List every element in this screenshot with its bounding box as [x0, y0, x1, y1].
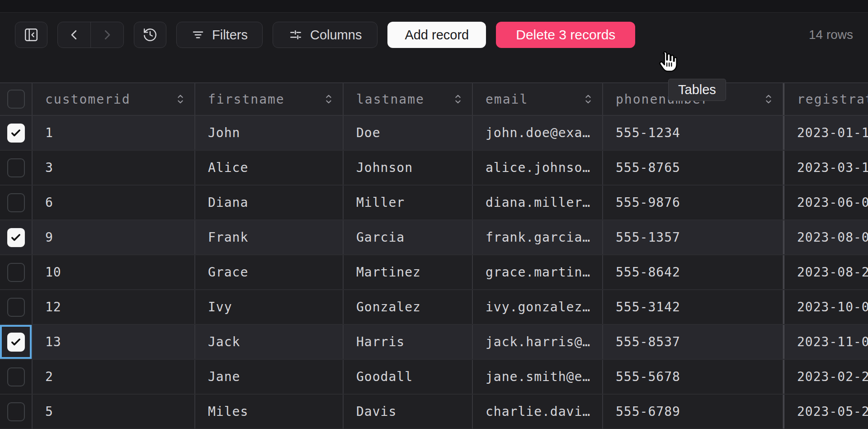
cell-value: Harris — [356, 334, 405, 349]
cell-registrationdate[interactable]: 2023-03-1 — [783, 151, 868, 185]
cell-value: charlie.davi… — [486, 404, 590, 419]
cell-customerid[interactable]: 9 — [33, 220, 195, 254]
cell-registrationdate[interactable]: 2023-02-2 — [783, 360, 868, 394]
cell-lastname[interactable]: Doe — [344, 116, 473, 150]
column-header-customerid[interactable]: customerid — [33, 83, 195, 115]
toggle-sidebar-button[interactable] — [15, 22, 47, 48]
cell-customerid[interactable]: 12 — [33, 290, 195, 324]
cell-value: 2 — [45, 369, 53, 384]
checkmark-icon — [10, 232, 22, 243]
cell-registrationdate[interactable]: 2023-05-2 — [783, 395, 868, 429]
select-all-checkbox[interactable] — [7, 90, 25, 109]
row-checkbox[interactable] — [7, 124, 25, 143]
cell-value: 10 — [45, 265, 61, 280]
cell-value: 2023-03-1 — [797, 160, 868, 175]
cell-email[interactable]: jack.harris@… — [473, 325, 603, 359]
cell-firstname[interactable]: John — [195, 116, 344, 150]
row-checkbox[interactable] — [7, 333, 25, 352]
cell-email[interactable]: jane.smith@e… — [473, 360, 603, 394]
cell-email[interactable]: diana.miller… — [473, 186, 603, 219]
cell-value: alice.johnso… — [486, 160, 590, 175]
row-checkbox[interactable] — [7, 193, 25, 212]
column-header-label: lastname — [356, 92, 425, 107]
cell-firstname[interactable]: Alice — [195, 151, 344, 185]
cell-firstname[interactable]: Miles — [195, 395, 344, 429]
cell-registrationdate[interactable]: 2023-08-2 — [783, 255, 868, 289]
cell-value: 12 — [45, 300, 61, 315]
cell-lastname[interactable]: Davis — [344, 395, 473, 429]
column-header-registrationdate[interactable]: registrat — [783, 83, 868, 115]
cell-value: Jack — [208, 334, 240, 349]
checkmark-icon — [10, 127, 22, 139]
cell-email[interactable]: grace.martin… — [473, 255, 603, 289]
cell-email[interactable]: charlie.davi… — [473, 395, 603, 429]
column-header-firstname[interactable]: firstname — [195, 83, 344, 115]
row-checkbox[interactable] — [7, 228, 25, 247]
cell-customerid[interactable]: 3 — [33, 151, 195, 185]
cell-customerid[interactable]: 6 — [33, 186, 195, 219]
cell-email[interactable]: frank.garcia… — [473, 220, 603, 254]
cell-customerid[interactable]: 10 — [33, 255, 195, 289]
add-record-button[interactable]: Add record — [387, 22, 486, 48]
cell-customerid[interactable]: 2 — [33, 360, 195, 394]
row-checkbox[interactable] — [7, 402, 25, 421]
cell-lastname[interactable]: Miller — [344, 186, 473, 219]
cell-firstname[interactable]: Ivy — [195, 290, 344, 324]
cell-phonenumber[interactable]: 555-9876 — [603, 186, 783, 219]
column-header-lastname[interactable]: lastname — [344, 83, 473, 115]
cell-value: 2023-02-2 — [797, 369, 868, 384]
cell-email[interactable]: john.doe@exa… — [473, 116, 603, 150]
row-checkbox[interactable] — [7, 158, 25, 177]
column-header-label: firstname — [208, 92, 285, 107]
cell-value: Miles — [208, 404, 248, 419]
row-checkbox[interactable] — [7, 263, 25, 282]
cell-lastname[interactable]: Johnson — [344, 151, 473, 185]
cell-value: Alice — [208, 160, 248, 175]
column-header-label: email — [486, 92, 528, 107]
cell-firstname[interactable]: Frank — [195, 220, 344, 254]
cell-phonenumber[interactable]: 555-6789 — [603, 395, 783, 429]
cell-value: 555-1234 — [616, 125, 680, 140]
row-checkbox[interactable] — [7, 367, 25, 386]
table-row: 9FrankGarciafrank.garcia…555-13572023-08… — [0, 220, 868, 255]
forward-button[interactable] — [91, 22, 123, 48]
cell-phonenumber[interactable]: 555-8765 — [603, 151, 783, 185]
column-header-email[interactable]: email — [473, 83, 603, 115]
cell-phonenumber[interactable]: 555-3142 — [603, 290, 783, 324]
cell-firstname[interactable]: Diana — [195, 186, 344, 219]
cell-phonenumber[interactable]: 555-8537 — [603, 325, 783, 359]
delete-records-button[interactable]: Delete 3 records — [496, 22, 635, 48]
row-select-cell — [0, 360, 33, 394]
cell-value: 9 — [45, 230, 53, 245]
cell-phonenumber[interactable]: 555-5678 — [603, 360, 783, 394]
cell-email[interactable]: ivy.gonzalez… — [473, 290, 603, 324]
cell-value: Gonzalez — [356, 300, 421, 315]
row-checkbox[interactable] — [7, 298, 25, 317]
cell-phonenumber[interactable]: 555-1357 — [603, 220, 783, 254]
cell-customerid[interactable]: 1 — [33, 116, 195, 150]
back-button[interactable] — [58, 22, 91, 48]
cell-customerid[interactable]: 13 — [33, 325, 195, 359]
columns-button[interactable]: Columns — [273, 22, 377, 48]
cell-lastname[interactable]: Harris — [344, 325, 473, 359]
cell-email[interactable]: alice.johnso… — [473, 151, 603, 185]
cell-registrationdate[interactable]: 2023-08-0 — [783, 220, 868, 254]
cell-firstname[interactable]: Jane — [195, 360, 344, 394]
cell-customerid[interactable]: 5 — [33, 395, 195, 429]
cell-firstname[interactable]: Grace — [195, 255, 344, 289]
cell-registrationdate[interactable]: 2023-10-0 — [783, 290, 868, 324]
cell-registrationdate[interactable]: 2023-01-1 — [783, 116, 868, 150]
row-select-cell — [0, 186, 33, 219]
filters-button[interactable]: Filters — [176, 22, 263, 48]
cell-lastname[interactable]: Gonzalez — [344, 290, 473, 324]
cell-firstname[interactable]: Jack — [195, 325, 344, 359]
cell-lastname[interactable]: Goodall — [344, 360, 473, 394]
cell-lastname[interactable]: Martinez — [344, 255, 473, 289]
cell-lastname[interactable]: Garcia — [344, 220, 473, 254]
cell-registrationdate[interactable]: 2023-11-0 — [783, 325, 868, 359]
table-row: 10GraceMartinezgrace.martin…555-86422023… — [0, 255, 868, 290]
cell-registrationdate[interactable]: 2023-06-0 — [783, 186, 868, 219]
refresh-history-button[interactable] — [134, 22, 166, 48]
cell-phonenumber[interactable]: 555-1234 — [603, 116, 783, 150]
cell-phonenumber[interactable]: 555-8642 — [603, 255, 783, 289]
